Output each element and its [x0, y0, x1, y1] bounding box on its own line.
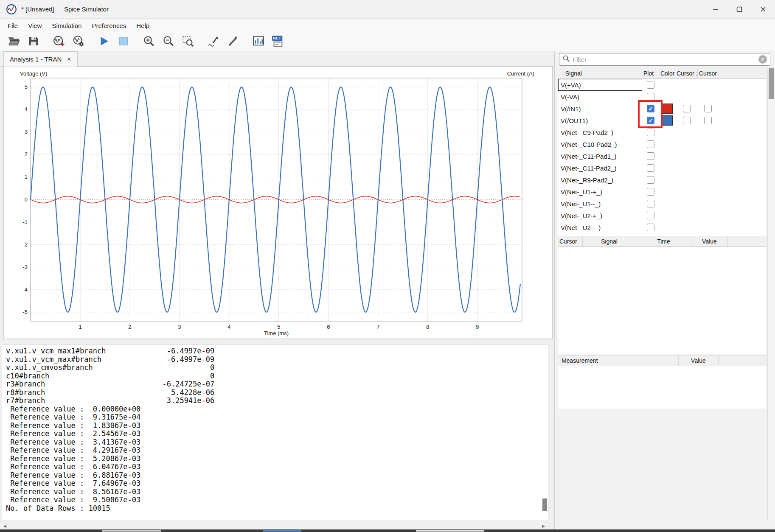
signal-name[interactable]: V(Net-_U1-+_): [558, 186, 642, 198]
menu-item-simulation[interactable]: Simulation: [47, 20, 87, 31]
menu-item-preferences[interactable]: Preferences: [87, 20, 131, 31]
column-header-meas-value[interactable]: Value: [679, 355, 719, 366]
plot-checkbox[interactable]: [647, 81, 654, 89]
column-header-signal[interactable]: Signal: [558, 68, 642, 79]
svg-text:9: 9: [476, 324, 479, 330]
color-swatch[interactable]: [662, 115, 673, 126]
signal-row[interactable]: V(Net-_C11-Pad1_): [558, 150, 766, 162]
filter-clear-icon[interactable]: ✕: [758, 55, 767, 64]
horizontal-scrollbar[interactable]: ◄ ►: [0, 522, 548, 529]
signal-name[interactable]: V(Net-_C11-Pad2_): [558, 162, 642, 174]
window-title: * [Unsaved] — Spice Simulator: [21, 6, 109, 13]
stop-simulation-button[interactable]: [114, 33, 133, 50]
tab-analysis-1-tran[interactable]: Analysis 1 - TRAN ✕: [3, 51, 78, 67]
save-icon: [27, 35, 40, 49]
plot-checkbox[interactable]: [647, 200, 654, 207]
menu-item-help[interactable]: Help: [131, 20, 154, 31]
run-simulation-button[interactable]: [94, 33, 114, 50]
cursor2-checkbox[interactable]: [704, 117, 712, 124]
plot-checkbox[interactable]: [647, 224, 654, 231]
zoom-fit-icon: [182, 35, 194, 49]
signal-row[interactable]: V(Net-_U1--_): [558, 198, 766, 210]
netlist-button[interactable]: NET: [268, 33, 288, 50]
console-scrollbar-thumb[interactable]: [542, 498, 547, 511]
signal-row[interactable]: V(-VA): [558, 91, 766, 103]
plot-checkbox[interactable]: ✓: [647, 105, 654, 112]
svg-text:8: 8: [426, 324, 429, 330]
signal-name[interactable]: V(/OUT1): [558, 115, 642, 126]
zoom-out-button[interactable]: [159, 33, 178, 50]
menu-item-file[interactable]: File: [3, 20, 23, 31]
new-analysis-tab-button[interactable]: [49, 33, 69, 50]
column-header-measurement[interactable]: Measurement: [558, 355, 679, 366]
signal-name[interactable]: V(Net-_C11-Pad1_): [558, 150, 642, 162]
scroll-right-arrow-icon[interactable]: ►: [541, 523, 546, 529]
close-button[interactable]: [751, 0, 775, 19]
signals-scrollbar[interactable]: [767, 68, 775, 520]
signal-row[interactable]: V(Net-_R9-Pad2_): [558, 174, 766, 186]
signals-scrollbar-thumb[interactable]: [769, 68, 774, 99]
plot-checkbox[interactable]: [647, 212, 654, 219]
signal-name[interactable]: V(Net-_R9-Pad2_): [558, 174, 642, 186]
edit-analysis-button[interactable]: [69, 33, 88, 50]
scroll-left-arrow-icon[interactable]: ◄: [3, 523, 7, 529]
signal-row[interactable]: V(Net-_U2-+_): [558, 210, 766, 221]
menu-item-view[interactable]: View: [23, 20, 47, 31]
plot-checkbox[interactable]: [647, 140, 654, 148]
chart-icon: [252, 35, 265, 49]
signal-name[interactable]: V(Net-_C9-Pad2_): [558, 126, 642, 138]
save-workbook-button[interactable]: [24, 33, 43, 50]
signal-row[interactable]: V(/IN1)✓: [558, 103, 766, 115]
plot-checkbox[interactable]: [647, 152, 654, 160]
tune-button[interactable]: [223, 33, 243, 50]
open-workbook-button[interactable]: [4, 33, 24, 50]
minimize-button[interactable]: [704, 0, 727, 19]
signal-row[interactable]: V(+VA): [558, 79, 766, 91]
column-header-color[interactable]: Color: [659, 68, 675, 79]
plot-canvas[interactable]: 123456789-5-4-3-2-1012345Time (ms): [4, 67, 552, 339]
plot-checkbox[interactable]: [647, 188, 654, 196]
column-header-value[interactable]: Value: [691, 236, 728, 247]
tab-close-icon[interactable]: ✕: [67, 56, 71, 62]
signal-row[interactable]: V(Net-_U1-+_): [558, 186, 766, 198]
signal-row[interactable]: V(Net-_C9-Pad2_): [558, 126, 766, 138]
signal-name[interactable]: V(+VA): [558, 79, 642, 91]
measurement-row[interactable]: [558, 366, 766, 374]
signal-name[interactable]: V(Net-_U1--_): [558, 198, 642, 210]
plot-checkbox[interactable]: [647, 93, 654, 101]
tab-label: Analysis 1 - TRAN: [10, 56, 62, 63]
column-header-cursor1[interactable]: Cursor 1: [675, 68, 698, 79]
plot-checkbox[interactable]: [647, 129, 654, 136]
signal-row[interactable]: V(/OUT1)✓: [558, 115, 766, 126]
cursor1-checkbox[interactable]: [683, 105, 691, 112]
zoom-in-button[interactable]: [139, 33, 159, 50]
color-swatch[interactable]: [662, 104, 673, 114]
cursor1-checkbox[interactable]: [683, 117, 691, 124]
column-header-cursor[interactable]: Cursor: [558, 236, 583, 247]
column-header-cursor-signal[interactable]: Signal: [583, 236, 636, 247]
signal-name[interactable]: V(Net-_C10-Pad2_): [558, 138, 642, 150]
plot-checkbox[interactable]: [647, 176, 654, 184]
plot-settings-button[interactable]: [249, 33, 268, 50]
signal-row[interactable]: V(Net-_C10-Pad2_): [558, 138, 766, 150]
signal-name[interactable]: V(Net-_U2--_): [558, 221, 642, 233]
zoom-fit-button[interactable]: [178, 33, 198, 50]
column-header-time[interactable]: Time: [636, 236, 691, 247]
signal-name[interactable]: V(Net-_U2-+_): [558, 210, 642, 221]
signal-name[interactable]: V(-VA): [558, 91, 642, 103]
signal-name[interactable]: V(/IN1): [558, 103, 642, 115]
probe-button[interactable]: [204, 33, 223, 50]
column-header-filler: [728, 236, 766, 247]
signal-row[interactable]: V(Net-_C11-Pad2_): [558, 162, 766, 174]
measurement-row[interactable]: [558, 374, 766, 382]
column-header-cursor2[interactable]: Cursor 2: [698, 68, 718, 79]
column-header-plot[interactable]: Plot: [642, 68, 659, 79]
console-panel[interactable]: v.xu1.v_vcm_max1#branch -6.4997e-09 v.xu…: [2, 344, 548, 520]
maximize-button[interactable]: [727, 0, 751, 19]
cursor2-checkbox[interactable]: [704, 105, 712, 112]
plot-checkbox[interactable]: [647, 164, 654, 172]
plot-panel: Voltage (V) Current (A) 123456789-5-4-3-…: [3, 67, 553, 339]
signal-row[interactable]: V(Net-_U2--_): [558, 221, 766, 233]
plot-checkbox[interactable]: ✓: [647, 117, 654, 124]
filter-input[interactable]: [573, 56, 756, 63]
